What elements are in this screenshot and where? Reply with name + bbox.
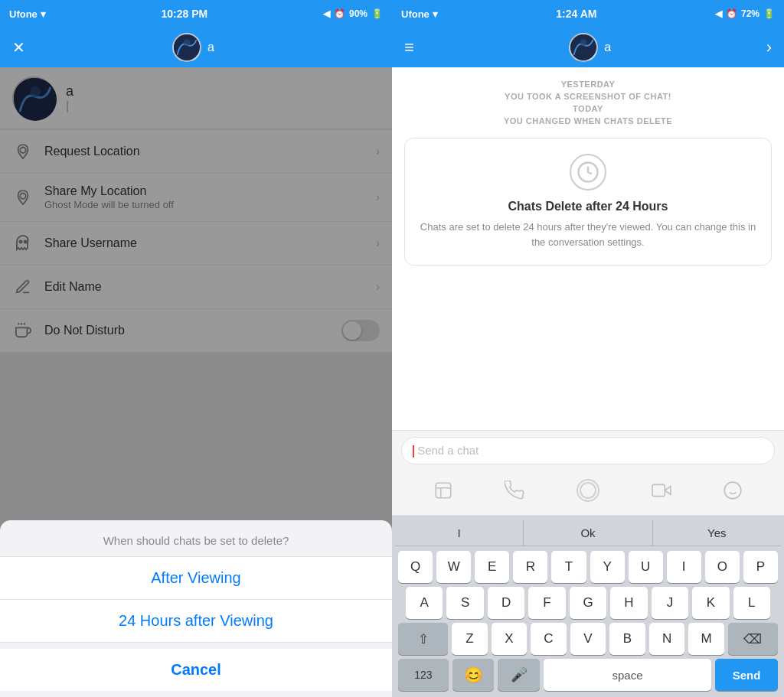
modal-option-after-viewing[interactable]: After Viewing [0,557,392,600]
right-panel: Ufone ▾ 1:24 AM ◀ ⏰ 72% 🔋 ≡ a › YESTE [392,0,784,697]
alarm-icon: ⏰ [334,8,345,19]
modal-option-24-hours[interactable]: 24 Hours after Viewing [0,600,392,643]
suggestion-i[interactable]: I [395,520,524,546]
svg-point-16 [580,483,596,498]
chat-delete-card: Chats Delete after 24 Hours Chats are se… [404,138,772,265]
key-e[interactable]: E [475,551,509,583]
chat-input-bar: Send a chat [392,430,784,471]
key-b[interactable]: B [609,623,645,655]
key-l[interactable]: L [733,587,770,619]
key-t[interactable]: T [551,551,586,583]
svg-point-11 [570,34,596,60]
modal-sheet: When should chats be set to delete? Afte… [0,520,392,697]
carrier-name-right: Ufone [401,8,430,20]
camera-snap-icon[interactable] [576,478,600,507]
key-f[interactable]: F [528,587,565,619]
status-bar-right: Ufone ▾ 1:24 AM ◀ ⏰ 72% 🔋 [392,0,784,28]
card-title: Chats Delete after 24 Hours [508,200,668,213]
key-a[interactable]: A [406,587,443,619]
key-y[interactable]: Y [590,551,625,583]
nav-avatar-left[interactable] [172,33,201,62]
timestamp-screenshot: YOU TOOK A SCREENSHOT OF CHAT! [404,92,772,101]
spacebar-key[interactable]: space [544,659,711,691]
key-q[interactable]: Q [398,551,433,583]
chat-input-field[interactable]: Send a chat [401,437,775,464]
timestamp-changed: YOU CHANGED WHEN CHATS DELETE [404,116,772,125]
nav-avatar-right[interactable] [569,33,598,62]
key-o[interactable]: O [705,551,740,583]
suggestion-ok[interactable]: Ok [524,520,652,546]
time-right: 1:24 AM [556,8,596,20]
left-content: a | Request Location › [0,67,392,697]
location-icon: ◀ [323,8,330,19]
key-k[interactable]: K [692,587,729,619]
phone-icon[interactable] [505,480,524,505]
carrier-right: Ufone ▾ [401,8,438,20]
svg-point-1 [184,39,191,46]
right-status-icons: ◀ ⏰ 72% 🔋 [715,8,775,19]
nav-center-right: a [569,33,611,62]
battery-left: 90% [349,8,368,19]
carrier-left: Ufone [9,8,38,20]
left-panel: Ufone ▾ 10:28 PM ◀ ⏰ 90% 🔋 ✕ a [0,0,392,697]
close-button[interactable]: ✕ [12,38,25,57]
input-placeholder: Send a chat [417,444,479,457]
key-d[interactable]: D [488,587,524,619]
keyboard-row-1: Q W E R T Y U I O P [395,551,781,583]
svg-rect-14 [436,483,451,498]
key-j[interactable]: J [652,587,688,619]
key-u[interactable]: U [629,551,663,583]
key-x[interactable]: X [492,623,528,655]
keyboard: I Ok Yes Q W E R T Y U I O P A S D F G H… [392,516,784,697]
nav-forward-button[interactable]: › [766,37,772,57]
key-s[interactable]: S [446,587,483,619]
key-v[interactable]: V [570,623,606,655]
suggestion-yes[interactable]: Yes [653,520,781,546]
clock-icon [570,154,606,191]
backspace-key[interactable]: ⌫ [728,623,778,655]
sticker-icon[interactable] [433,480,453,505]
key-z[interactable]: Z [452,623,488,655]
key-g[interactable]: G [570,587,606,619]
nav-username-right: a [604,41,611,54]
key-p[interactable]: P [743,551,778,583]
location-icon-right: ◀ [715,8,722,19]
svg-rect-18 [652,484,665,496]
wifi-icon: ▾ [41,8,46,20]
key-i[interactable]: I [667,551,701,583]
modal-question: When should chats be set to delete? [0,520,392,557]
svg-marker-17 [665,487,671,495]
nav-center-left: a [172,33,214,62]
key-w[interactable]: W [436,551,471,583]
keyboard-bottom-row: 123 😊 🎤 space Send [395,659,781,691]
send-key[interactable]: Send [715,659,778,691]
top-nav-left: ✕ a [0,28,392,67]
chat-area: YESTERDAY YOU TOOK A SCREENSHOT OF CHAT!… [392,67,784,430]
nav-username-left: a [207,41,214,54]
keyboard-row-2: A S D F G H J K L [395,587,781,619]
key-h[interactable]: H [610,587,647,619]
battery-icon-right: 🔋 [763,8,775,19]
modal-cancel-button[interactable]: Cancel [0,649,392,691]
emoji-key[interactable]: 😊 [452,659,495,691]
key-r[interactable]: R [513,551,547,583]
media-icons-row [392,471,784,516]
battery-right: 72% [741,8,760,19]
keyboard-suggestions: I Ok Yes [395,520,781,546]
alarm-icon-right: ⏰ [726,8,737,19]
status-icons-left: ◀ ⏰ 90% 🔋 [323,8,383,19]
hamburger-menu-button[interactable]: ≡ [404,37,414,57]
svg-point-19 [725,482,742,499]
carrier-wifi-left: Ufone ▾ [9,8,46,20]
numbers-key[interactable]: 123 [398,659,449,691]
key-n[interactable]: N [649,623,685,655]
video-icon[interactable] [652,480,671,505]
key-m[interactable]: M [688,623,724,655]
battery-icon-left: 🔋 [371,8,383,19]
emoji-face-icon[interactable] [723,480,743,505]
time-left: 10:28 PM [162,8,208,20]
top-nav-right: ≡ a › [392,28,784,67]
shift-key[interactable]: ⇧ [398,623,448,655]
key-c[interactable]: C [531,623,567,655]
microphone-key[interactable]: 🎤 [498,659,540,691]
